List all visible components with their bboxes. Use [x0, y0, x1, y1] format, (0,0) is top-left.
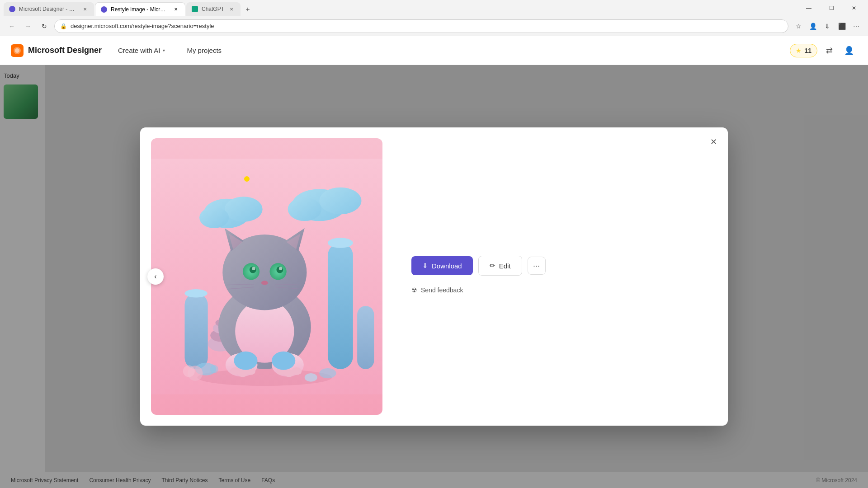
tab3-title: ChatGPT [202, 6, 224, 12]
new-tab-button[interactable]: + [241, 3, 254, 16]
nav-my-projects[interactable]: My projects [181, 43, 227, 58]
minimize-button[interactable]: — [798, 0, 819, 16]
refresh-button[interactable]: ↻ [38, 20, 51, 33]
maximize-button[interactable]: ☐ [821, 0, 842, 16]
download-manager-icon[interactable]: ⇓ [821, 20, 834, 33]
download-icon: ⇓ [422, 262, 428, 270]
browser-frame: Microsoft Designer - Stunning ✕ Restyle … [0, 0, 868, 488]
svg-point-53 [183, 365, 195, 377]
svg-point-33 [261, 281, 268, 285]
tab3-favicon [192, 6, 198, 12]
more-options-button[interactable]: ··· [528, 257, 546, 275]
download-button[interactable]: ⇓ Download [411, 256, 473, 275]
cat-image-svg [151, 138, 382, 415]
ai-generated-image [151, 138, 382, 415]
edit-button[interactable]: ✏ Edit [478, 256, 522, 276]
send-feedback-button[interactable]: ☢ Send feedback [411, 283, 710, 297]
points-count: 11 [804, 47, 811, 54]
svg-point-2 [15, 48, 19, 53]
tab3-close[interactable]: ✕ [228, 5, 235, 13]
profile-icon[interactable]: 👤 [807, 20, 819, 33]
feedback-icon: ☢ [411, 286, 417, 294]
extension-icon[interactable]: ⬛ [835, 20, 848, 33]
more-icon: ··· [533, 261, 540, 271]
svg-point-13 [184, 289, 207, 298]
svg-point-16 [199, 207, 229, 228]
account-icon[interactable]: 👤 [841, 42, 857, 59]
svg-point-45 [292, 367, 302, 375]
modal-image-wrapper [151, 138, 382, 415]
header-actions: ★ 11 ⇄ 👤 [790, 42, 857, 59]
svg-rect-12 [184, 293, 208, 369]
modal-image-section: ‹ [140, 127, 393, 426]
svg-point-51 [210, 365, 218, 373]
browser-titlebar: Microsoft Designer - Stunning ✕ Restyle … [0, 0, 868, 16]
back-button[interactable]: ← [5, 20, 18, 33]
modal-overlay: ✕ ‹ [0, 65, 868, 488]
create-with-ai-chevron-icon: ▾ [163, 48, 165, 53]
window-controls: — ☐ ✕ [795, 0, 864, 16]
svg-point-18 [319, 188, 361, 215]
browser-tab-3[interactable]: ChatGPT ✕ [186, 2, 241, 16]
browser-tab-1[interactable]: Microsoft Designer - Stunning ✕ [4, 2, 94, 16]
edit-label: Edit [499, 262, 511, 270]
feedback-label: Send feedback [421, 286, 463, 294]
modal-actions-section: ⇓ Download ✏ Edit ··· ☢ Send f [393, 127, 728, 426]
close-icon: ✕ [710, 137, 717, 147]
nav-create-with-ai[interactable]: Create with AI ▾ [113, 43, 170, 58]
app-content: Microsoft Designer Create with AI ▾ My p… [0, 36, 868, 488]
svg-rect-7 [357, 306, 374, 369]
tab1-favicon [9, 6, 15, 12]
svg-point-50 [305, 373, 317, 382]
my-projects-label: My projects [187, 47, 222, 54]
browser-actions: ☆ 👤 ⇓ ⬛ ⋯ [792, 20, 863, 33]
svg-point-6 [328, 238, 353, 248]
modal-close-button[interactable]: ✕ [706, 135, 721, 149]
app-header: Microsoft Designer Create with AI ▾ My p… [0, 36, 868, 65]
lock-icon: 🔒 [60, 23, 67, 29]
tab-group: Microsoft Designer - Stunning ✕ Restyle … [4, 0, 793, 16]
tab1-title: Microsoft Designer - Stunning [19, 6, 78, 12]
svg-point-46 [234, 352, 257, 370]
browser-tab-2[interactable]: Restyle image - Microsoft Desi... ✕ [95, 2, 185, 16]
tab2-favicon [101, 6, 107, 13]
prev-icon: ‹ [154, 272, 156, 281]
browser-toolbar: ← → ↻ 🔒 designer.microsoft.com/restyle-i… [0, 16, 868, 36]
svg-point-47 [272, 352, 295, 370]
svg-point-49 [319, 368, 336, 378]
svg-point-32 [279, 267, 282, 270]
download-label: Download [432, 262, 462, 270]
address-bar[interactable]: 🔒 designer.microsoft.com/restyle-image?s… [54, 19, 788, 33]
create-with-ai-label: Create with AI [118, 47, 160, 54]
url-display: designer.microsoft.com/restyle-image?sce… [71, 23, 783, 29]
actions-row: ⇓ Download ✏ Edit ··· [411, 256, 710, 276]
logo-icon [11, 44, 24, 57]
tab2-close[interactable]: ✕ [172, 6, 179, 13]
settings-icon[interactable]: ⋯ [850, 20, 863, 33]
edit-icon: ✏ [490, 262, 495, 270]
bookmark-icon[interactable]: ☆ [792, 20, 805, 33]
modal-dialog: ✕ ‹ [140, 127, 728, 426]
prev-image-button[interactable]: ‹ [147, 268, 164, 285]
svg-point-31 [252, 267, 255, 270]
svg-point-15 [225, 197, 263, 222]
app-name: Microsoft Designer [28, 46, 102, 55]
svg-rect-5 [328, 243, 353, 369]
close-button[interactable]: ✕ [844, 0, 864, 16]
share-icon[interactable]: ⇄ [821, 42, 837, 59]
forward-button[interactable]: → [22, 20, 34, 33]
svg-point-19 [288, 197, 321, 221]
tab1-close[interactable]: ✕ [81, 5, 89, 13]
points-badge[interactable]: ★ 11 [790, 44, 817, 57]
app-logo[interactable]: Microsoft Designer [11, 44, 102, 57]
tab2-title: Restyle image - Microsoft Desi... [111, 6, 169, 13]
star-icon: ★ [796, 47, 802, 54]
